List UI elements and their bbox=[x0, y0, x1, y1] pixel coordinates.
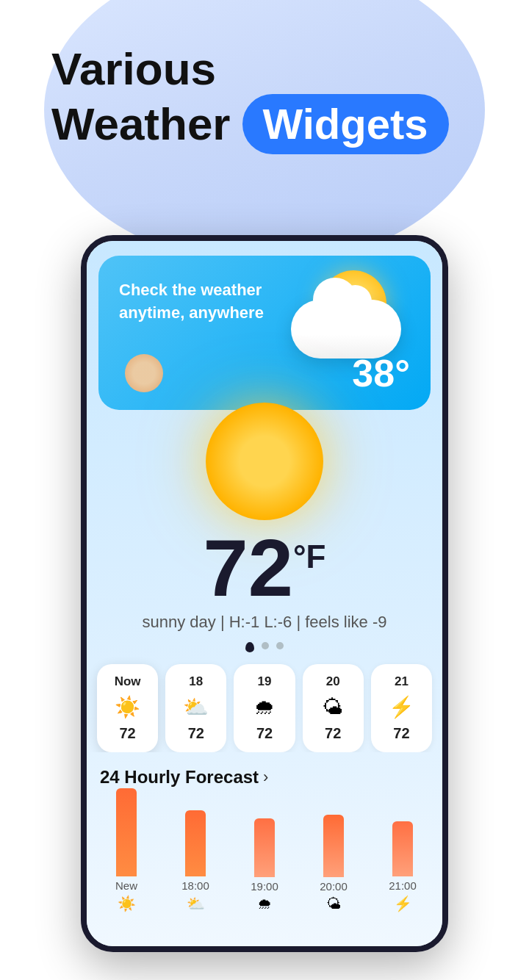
hour-label: Now bbox=[101, 674, 154, 689]
bar-icon: 🌤 bbox=[326, 896, 341, 912]
bar-column: 18:00 ⛅ bbox=[163, 810, 228, 912]
hour-label: 21 bbox=[375, 674, 428, 689]
forecast-arrow: › bbox=[263, 768, 268, 787]
bar-label: 19:00 bbox=[251, 880, 278, 893]
widget-icon-area bbox=[291, 263, 416, 359]
header-line1: Various bbox=[51, 44, 449, 94]
weather-description: sunny day | H:-1 L:-6 | feels like -9 bbox=[101, 613, 428, 632]
hour-icon: 🌤 bbox=[307, 695, 359, 719]
bar-icon: ⛅ bbox=[187, 895, 205, 912]
hour-temp: 72 bbox=[170, 725, 222, 742]
hour-temp: 72 bbox=[307, 725, 359, 742]
bar-column: 21:00 ⚡ bbox=[370, 821, 435, 912]
widget-description: Check the weather anytime, anywhere bbox=[119, 279, 266, 325]
header-section: Various Weather Widgets bbox=[0, 0, 529, 250]
hour-temp: 72 bbox=[375, 725, 428, 742]
hour-temp: 72 bbox=[101, 725, 154, 742]
bar-fill bbox=[323, 815, 344, 877]
hour-temp: 72 bbox=[238, 725, 290, 742]
bar-column: New ☀️ bbox=[94, 788, 159, 912]
phone-frame: Check the weather anytime, anywhere 38° … bbox=[81, 235, 448, 952]
header-text: Various Weather Widgets bbox=[51, 44, 449, 154]
widget-temperature: 38° bbox=[352, 351, 410, 395]
widget-card: Check the weather anytime, anywhere 38° bbox=[98, 256, 431, 410]
cloud-icon bbox=[291, 300, 401, 359]
bar-fill bbox=[185, 810, 206, 876]
main-weather-section: 72°F sunny day | H:-1 L:-6 | feels like … bbox=[87, 403, 442, 652]
hour-card[interactable]: 20 🌤 72 bbox=[303, 664, 364, 752]
hour-icon: ☀️ bbox=[101, 695, 154, 719]
hour-card[interactable]: 19 🌧 72 bbox=[234, 664, 295, 752]
hour-label: 19 bbox=[238, 674, 290, 689]
temperature-value: 72 bbox=[204, 522, 293, 613]
hour-card[interactable]: 18 ⛅ 72 bbox=[165, 664, 226, 752]
hour-label: 18 bbox=[170, 674, 222, 689]
hour-icon: 🌧 bbox=[238, 695, 290, 719]
widgets-badge: Widgets bbox=[242, 94, 449, 154]
bar-fill bbox=[392, 821, 413, 876]
bar-fill bbox=[254, 818, 275, 877]
bar-icon: ⚡ bbox=[394, 895, 412, 912]
hourly-forecast-row: Now ☀️ 72 18 ⛅ 72 19 🌧 72 20 🌤 72 21 ⚡ 7… bbox=[87, 652, 442, 752]
temperature-display: 72°F bbox=[101, 527, 428, 608]
bar-chart-row: New ☀️ 18:00 ⛅ 19:00 🌧 20:00 🌤 21:00 ⚡ bbox=[87, 795, 442, 912]
hour-icon: ⛅ bbox=[170, 695, 222, 719]
bar-label: 20:00 bbox=[320, 880, 348, 893]
bar-fill bbox=[116, 788, 137, 876]
peach-circle-icon bbox=[125, 354, 163, 392]
bar-column: 20:00 🌤 bbox=[301, 815, 366, 912]
bar-icon: 🌧 bbox=[257, 896, 272, 912]
sun-cloud-icon bbox=[291, 263, 416, 359]
hour-card[interactable]: Now ☀️ 72 bbox=[97, 664, 158, 752]
header-line2: Weather Widgets bbox=[51, 94, 449, 154]
bar-label: 21:00 bbox=[389, 879, 417, 892]
sun-large-icon bbox=[206, 403, 323, 520]
hour-icon: ⚡ bbox=[375, 695, 428, 719]
bar-column: 19:00 🌧 bbox=[232, 818, 297, 912]
temperature-unit: °F bbox=[293, 538, 325, 574]
dot-2 bbox=[262, 642, 269, 649]
hour-card[interactable]: 21 ⚡ 72 bbox=[371, 664, 432, 752]
forecast-title: 24 Hourly Forecast bbox=[100, 767, 259, 788]
side-button-1 bbox=[445, 388, 448, 432]
hour-label: 20 bbox=[307, 674, 359, 689]
pagination-dots bbox=[101, 642, 428, 652]
bar-icon: ☀️ bbox=[118, 895, 136, 912]
side-button-2 bbox=[445, 461, 448, 505]
bar-label: 18:00 bbox=[181, 879, 209, 892]
phone-inner: Check the weather anytime, anywhere 38° … bbox=[87, 241, 442, 946]
bar-label: New bbox=[115, 879, 137, 892]
dot-3 bbox=[276, 642, 284, 649]
dot-location bbox=[245, 642, 254, 652]
header-line2-text: Weather bbox=[51, 97, 231, 151]
